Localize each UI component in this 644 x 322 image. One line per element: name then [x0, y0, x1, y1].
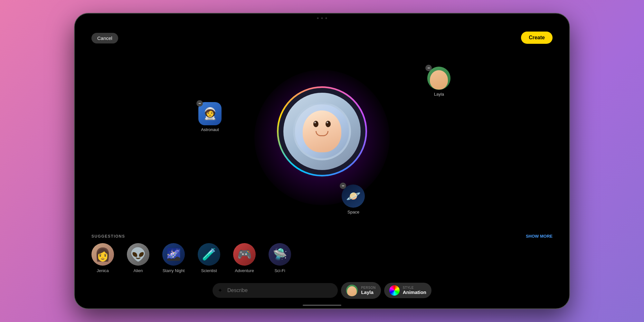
- jenica-label: Jenica: [97, 268, 109, 273]
- scientist-label: Scientist: [201, 268, 217, 273]
- alien-emoji: 👽: [130, 247, 146, 262]
- jenica-emoji: 👩: [95, 247, 111, 262]
- create-button[interactable]: Create: [521, 32, 553, 44]
- adventure-emoji: 🎮: [237, 248, 252, 261]
- tablet-screen: Cancel Create: [75, 14, 569, 308]
- suggestion-jenica[interactable]: 👩 Jenica: [91, 243, 114, 273]
- suggestions-title: SUGGESTIONS: [91, 234, 125, 239]
- astronaut-emoji: 🧑‍🚀: [203, 107, 217, 120]
- show-more-button[interactable]: SHOW MORE: [526, 234, 553, 239]
- scifi-icon: 🛸: [269, 243, 291, 266]
- remove-astronaut-badge[interactable]: −: [196, 100, 203, 107]
- space-label: Space: [347, 210, 359, 214]
- adventure-label: Adventure: [235, 268, 254, 273]
- character-eyes: [313, 121, 331, 127]
- home-indicator: [303, 305, 341, 306]
- layla-label: Layla: [434, 92, 444, 97]
- person-chip[interactable]: PERSON Layla: [341, 282, 381, 299]
- cancel-button[interactable]: Cancel: [91, 33, 118, 43]
- suggestion-scifi[interactable]: 🛸 Sci-Fi: [269, 243, 291, 273]
- jenica-icon: 👩: [91, 243, 114, 266]
- avatar-ring-outer: [277, 86, 367, 176]
- style-chip[interactable]: STYLE Animation: [384, 283, 431, 298]
- person-avatar-small: [346, 285, 358, 296]
- astronaut-label: Astronaut: [201, 127, 219, 132]
- tablet: Cancel Create: [74, 13, 570, 309]
- suggestions-list: 👩 Jenica 👽 Alien 🌌 Starry Night: [91, 243, 553, 273]
- character-smile: [316, 131, 328, 136]
- scientist-icon: 🧪: [198, 243, 220, 266]
- scientist-emoji: 🧪: [202, 248, 216, 261]
- describe-bar: ✦ PERSON Layla STYLE Animation: [213, 282, 431, 299]
- space-emoji: 🪐: [346, 189, 361, 203]
- character-face: [303, 110, 341, 152]
- alien-icon: 👽: [127, 243, 149, 266]
- describe-wrapper: ✦: [213, 283, 338, 298]
- style-chip-label: STYLE: [403, 286, 426, 289]
- floating-layla[interactable]: − Layla: [427, 67, 450, 97]
- camera-dot-2: [321, 17, 323, 19]
- suggestions-header: SUGGESTIONS SHOW MORE: [91, 234, 553, 239]
- starry-night-icon: 🌌: [162, 243, 185, 266]
- suggestion-starry-night[interactable]: 🌌 Starry Night: [162, 243, 185, 273]
- floating-space[interactable]: − 🪐 Space: [342, 185, 365, 214]
- style-info: STYLE Animation: [403, 286, 426, 295]
- suggestion-adventure[interactable]: 🎮 Adventure: [233, 243, 256, 273]
- scifi-emoji: 🛸: [273, 248, 287, 261]
- space-icon: 🪐: [342, 185, 365, 208]
- eye-right: [326, 121, 331, 127]
- person-info: PERSON Layla: [361, 286, 375, 295]
- suggestion-alien[interactable]: 👽 Alien: [127, 243, 149, 273]
- suggestions-bar: SUGGESTIONS SHOW MORE 👩 Jenica 👽 Alien: [75, 234, 569, 273]
- scifi-label: Sci-Fi: [274, 268, 285, 273]
- avatar-face: [283, 93, 361, 170]
- describe-icon: ✦: [218, 287, 223, 294]
- style-color-wheel: [389, 285, 400, 296]
- suggestion-scientist[interactable]: 🧪 Scientist: [198, 243, 220, 273]
- adventure-icon: 🎮: [233, 243, 256, 266]
- layla-face: [430, 70, 448, 90]
- eye-left: [313, 121, 318, 127]
- person-chip-label: PERSON: [361, 286, 375, 289]
- person-chip-name: Layla: [361, 289, 375, 295]
- central-avatar: [277, 86, 367, 176]
- style-chip-name: Animation: [403, 289, 426, 295]
- helmet-visor: [293, 102, 351, 160]
- camera-bar: [317, 17, 327, 19]
- starry-night-label: Starry Night: [163, 268, 185, 273]
- describe-input[interactable]: [213, 283, 338, 298]
- camera-dot-1: [317, 17, 319, 19]
- alien-label: Alien: [134, 268, 143, 273]
- camera-dot-3: [326, 17, 327, 19]
- avatar-ring-inner: [279, 88, 365, 175]
- starry-emoji: 🌌: [166, 248, 181, 261]
- person-face: [347, 286, 357, 296]
- floating-astronaut[interactable]: − 🧑‍🚀 Astronaut: [198, 102, 222, 132]
